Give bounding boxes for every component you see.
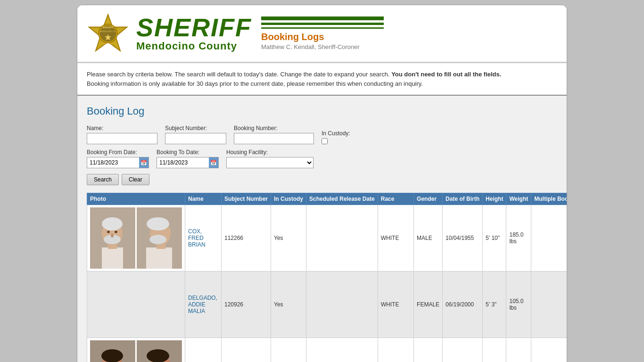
release-date-cell <box>306 205 378 272</box>
mugshot-row <box>90 207 182 269</box>
height-cell: 5' 3" <box>483 272 506 338</box>
booking-to-label: Booking To Date: <box>157 149 219 156</box>
col-name: Name <box>185 193 222 205</box>
race-cell: WHITE <box>378 272 413 338</box>
release-date-cell <box>306 272 378 338</box>
subject-number-cell: 112266 <box>222 205 271 272</box>
multiple-bookings-cell <box>531 272 567 338</box>
housing-facility-select[interactable] <box>226 157 314 168</box>
inmate-name-link[interactable]: COX,FREDBRIAN <box>188 228 206 248</box>
height-cell: 5' 2" <box>483 338 506 362</box>
subject-number-cell: 15783 <box>222 338 271 362</box>
booking-from-group: Booking From Date: 11/18/2023 📅 <box>87 149 149 168</box>
booking-table: Photo Name Subject Number In Custody Sch… <box>87 193 567 362</box>
col-multiple-bookings: Multiple Bookings <box>531 193 567 205</box>
green-lines-decoration <box>261 16 384 29</box>
in-custody-cell: Yes <box>271 338 306 362</box>
col-height: Height <box>483 193 506 205</box>
release-date-cell <box>306 338 378 362</box>
col-release-date: Scheduled Release Date <box>306 193 378 205</box>
booking-to-group: Booking To Date: 11/18/2023 📅 <box>157 149 219 168</box>
svg-point-20 <box>147 217 169 230</box>
photo-cell <box>87 338 185 362</box>
mugshot-side <box>137 207 182 269</box>
mugshot-front <box>90 207 135 269</box>
booking-from-label: Booking From Date: <box>87 149 149 156</box>
booking-to-calendar-icon[interactable]: 📅 <box>209 157 218 168</box>
col-subject: Subject Number <box>222 193 271 205</box>
in-custody-label: In Custody: <box>322 130 350 137</box>
svg-text:EST. 1850: EST. 1850 <box>104 42 113 45</box>
empty-photo <box>90 274 182 335</box>
housing-facility-label: Housing Facility: <box>226 149 314 156</box>
svg-text:MENDOCINO CO.: MENDOCINO CO. <box>100 30 116 33</box>
booking-from-calendar-icon[interactable]: 📅 <box>139 157 149 168</box>
col-race: Race <box>378 193 413 205</box>
button-row: Search Clear <box>87 174 557 185</box>
race-cell: WHITE <box>378 205 413 272</box>
name-input[interactable] <box>87 133 157 144</box>
subject-number-cell: 120926 <box>222 272 271 338</box>
svg-point-34 <box>147 349 169 362</box>
booking-logs-title: Booking Logs <box>261 32 384 42</box>
subject-group: Subject Number: <box>165 125 226 144</box>
main-content: Booking Log Name: Subject Number: Bookin… <box>77 96 567 362</box>
in-custody-cell: Yes <box>271 205 306 272</box>
info-bold: You don't need to fill out all the field… <box>391 71 501 78</box>
dob-cell: 10/04/1955 <box>443 205 483 272</box>
svg-point-14 <box>115 231 117 233</box>
booking-number-input[interactable] <box>234 133 314 144</box>
col-photo: Photo <box>87 193 185 205</box>
booking-to-input[interactable]: 11/18/2023 <box>157 157 209 168</box>
green-line-1 <box>261 16 384 20</box>
svg-point-15 <box>111 234 114 238</box>
photo-cell <box>87 272 185 338</box>
table-header-row: Photo Name Subject Number In Custody Sch… <box>87 193 568 205</box>
mugshot-front <box>90 340 135 362</box>
weight-cell: 155.0 lbs <box>506 338 531 362</box>
gender-cell: MALE <box>414 205 443 272</box>
search-form: Name: Subject Number: Booking Number: In… <box>87 125 557 168</box>
col-gender: Gender <box>414 193 443 205</box>
mugshot-row <box>90 340 182 362</box>
race-cell: NATIVE AMERICAN <box>378 338 413 362</box>
inmate-name-link[interactable]: DELGADO,ADDIEMALIA <box>188 295 217 314</box>
col-dob: Date of Birth <box>443 193 483 205</box>
form-row-1: Name: Subject Number: Booking Number: In… <box>87 125 557 144</box>
subject-input[interactable] <box>165 133 226 144</box>
booking-to-date-wrap: 11/18/2023 📅 <box>157 157 219 168</box>
svg-point-21 <box>149 235 166 244</box>
svg-point-11 <box>102 217 123 230</box>
col-weight: Weight <box>506 193 531 205</box>
in-custody-checkbox[interactable] <box>322 138 328 144</box>
green-line-3 <box>261 27 384 29</box>
name-cell: MARRUFO,AMANDAANNE <box>185 338 222 362</box>
main-container: SHERIFF MENDOCINO CO. EST. 1850 SHERIFF … <box>77 5 567 362</box>
mugshot-side <box>137 340 182 362</box>
photo-cell <box>87 205 185 272</box>
dob-cell: 06/19/2000 <box>443 272 483 338</box>
form-row-2: Booking From Date: 11/18/2023 📅 Booking … <box>87 149 557 168</box>
sheriff-title: SHERIFF <box>136 15 252 40</box>
table-row: DELGADO,ADDIEMALIA 120926 Yes WHITE FEMA… <box>87 272 568 338</box>
green-line-2 <box>261 23 384 25</box>
info-line1: Please search by criteria below. The sea… <box>87 71 390 78</box>
sheriff-badge: SHERIFF MENDOCINO CO. EST. 1850 <box>87 12 129 55</box>
svg-rect-17 <box>146 247 172 269</box>
booking-from-input[interactable]: 11/18/2023 <box>87 157 139 168</box>
sheriff-name: Matthew C. Kendall, Sheriff-Coroner <box>261 43 384 50</box>
multiple-bookings-cell <box>531 338 567 362</box>
booking-number-label: Booking Number: <box>234 125 314 132</box>
page-title: Booking Log <box>87 105 557 117</box>
gender-cell: FEMALE <box>414 272 443 338</box>
booking-from-date-wrap: 11/18/2023 📅 <box>87 157 149 168</box>
svg-rect-8 <box>102 247 123 269</box>
info-box: Please search by criteria below. The sea… <box>77 63 567 96</box>
height-cell: 5' 10" <box>483 205 506 272</box>
clear-button[interactable]: Clear <box>122 174 149 185</box>
table-row: COX,FREDBRIAN 112266 Yes WHITE MALE 10/0… <box>87 205 568 272</box>
search-button[interactable]: Search <box>87 174 119 185</box>
name-group: Name: <box>87 125 157 144</box>
header-right: Booking Logs Matthew C. Kendall, Sheriff… <box>261 16 384 50</box>
subject-label: Subject Number: <box>165 125 226 132</box>
